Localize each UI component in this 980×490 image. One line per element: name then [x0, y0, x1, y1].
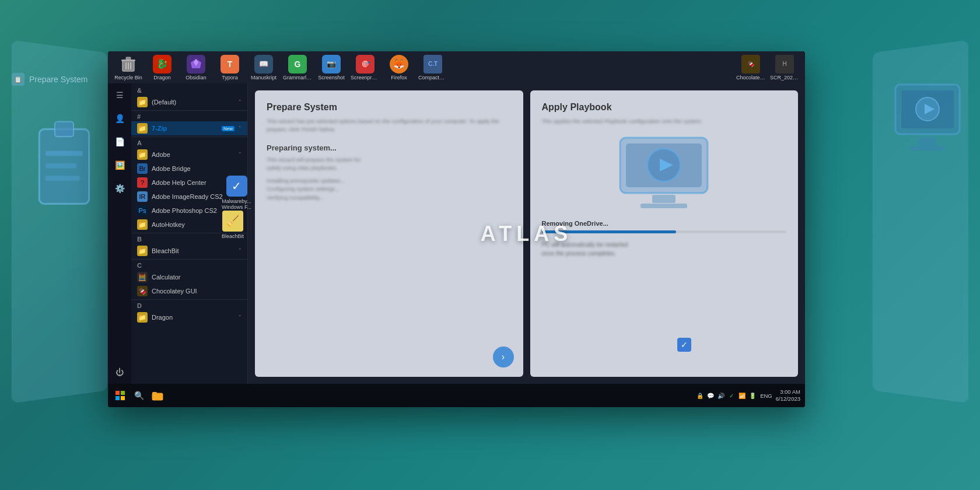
section-ampersand: &: [131, 86, 247, 95]
playbook-panel-title: Apply Playbook: [542, 102, 787, 113]
recycle-bin-icon[interactable]: Recycle Bin: [114, 55, 143, 80]
adobe-bridge-app[interactable]: Br Adobe Bridge: [131, 162, 247, 176]
section-d: D: [131, 301, 247, 310]
chevron-icon: ˅: [239, 248, 242, 254]
screenshot-label: Screenshot: [318, 75, 345, 80]
tray-language-indicator: ENG: [760, 393, 772, 399]
tray-volume-icon: 🔊: [717, 391, 725, 400]
svg-rect-26: [121, 391, 125, 395]
dragon-folder[interactable]: 📁 Dragon ˅: [131, 310, 247, 324]
chevron-icon: ˅: [239, 152, 242, 158]
7zip-folder[interactable]: 📁 7-Zip New ˅: [131, 121, 247, 135]
svg-rect-13: [126, 57, 131, 60]
prepare-progress-area: Installing prerequisite updates... Confi…: [267, 177, 512, 202]
playbook-monitor-graphic: [617, 135, 710, 211]
compact-tool-icon[interactable]: C.T CompactTi...: [418, 55, 447, 80]
typora-icon[interactable]: T Typora: [215, 55, 244, 80]
bleachbit-folder-icon: 📁: [137, 246, 148, 256]
scr-shortcut-label: SCR_2021.ahk - Shortcut: [770, 75, 799, 80]
sidebar-power-icon[interactable]: ⏻: [111, 364, 128, 380]
autohotkey-folder-icon: 📁: [137, 219, 148, 230]
adobe-folder[interactable]: 📁 Adobe ˅: [131, 148, 247, 162]
chevron-icon: ˅: [239, 125, 242, 131]
bleachbit-desktop-label: BleachBit: [222, 233, 244, 239]
tray-lock-icon: 🔒: [696, 391, 704, 400]
right-monitor-area: [892, 76, 963, 163]
playbook-panel-description: This applies the selected Playbook confi…: [542, 117, 787, 125]
manuskript-icon[interactable]: 📖 Manuskript: [249, 55, 278, 80]
recycle-bin-label: Recycle Bin: [114, 75, 142, 80]
obsidian-icon[interactable]: Obsidian: [181, 55, 211, 80]
sidebar-hamburger-icon[interactable]: ☰: [111, 87, 128, 103]
svg-rect-25: [116, 391, 120, 395]
grammarly-icon[interactable]: G Grammarly Editor: [283, 55, 312, 80]
bg-left-decorative-panel: [12, 40, 107, 404]
dragon-folder-icon: 📁: [137, 312, 148, 323]
taskbar-search-button[interactable]: 🔍: [131, 388, 146, 403]
dragon-label: Dragon: [153, 75, 171, 80]
svg-rect-3: [46, 163, 76, 169]
prepare-progress-text: This wizard will prepare the system for …: [267, 156, 512, 173]
malware-check-graphic: ✓: [226, 176, 247, 197]
taskbar-file-explorer-button[interactable]: [150, 388, 165, 403]
removing-onedrive-label: Removing OneDrive...: [542, 220, 787, 227]
tray-battery-icon: 🔋: [748, 391, 757, 400]
svg-rect-2: [46, 151, 83, 156]
desktop-content: ☰ 👤 📄 🖼️ ⚙️ ⏻ & 📁 (Default) ˅ #: [108, 83, 805, 384]
prepare-panel-title: Prepare System: [267, 102, 512, 113]
sidebar-image-icon[interactable]: 🖼️: [111, 157, 128, 173]
calculator-icon: 🧮: [137, 272, 148, 282]
malwareby-windows-icon[interactable]: ✓ Malwareby...Windows F...: [222, 176, 251, 210]
svg-rect-24: [640, 204, 687, 208]
adobe-imageready-icon: IR: [137, 191, 148, 202]
chevron-icon: ˅: [239, 99, 242, 105]
section-c: C: [131, 261, 247, 270]
apply-playbook-panel: Apply Playbook This applies the selected…: [530, 90, 799, 377]
dragon-shortcut-icon[interactable]: 🐉 Dragon: [148, 55, 177, 80]
scr-shortcut-icon[interactable]: H SCR_2021.ahk - Shortcut: [770, 55, 799, 80]
manuskript-label: Manuskript: [251, 75, 276, 80]
default-folder[interactable]: 📁 (Default) ˅: [131, 95, 247, 109]
chocolatey-gui-app[interactable]: 🍫 Chocolatey GUI: [131, 284, 247, 298]
bleachbit-folder[interactable]: 📁 BleachBit ˅: [131, 244, 247, 258]
playbook-progress-area: Removing OneDrive...: [542, 220, 787, 233]
prepare-system-icon: 📋: [12, 73, 24, 86]
bottom-right-checkbox[interactable]: ✓: [677, 338, 691, 352]
monitor-icon: [892, 82, 963, 158]
adobe-photoshop-icon: Ps: [137, 205, 148, 216]
chevron-icon: ˅: [239, 314, 242, 320]
taskbar: 🔍 🔒 💬 🔊 ✓ 📶 🔋 ENG 3:00 AM 6/12/2023: [108, 384, 805, 407]
screenpresso-label: Screenpresso: [351, 75, 380, 80]
preparing-section-title: Preparing system...: [267, 144, 512, 152]
tray-check-icon: ✓: [727, 391, 736, 400]
section-hash: #: [131, 112, 247, 121]
screenpresso-icon[interactable]: 🎯 Screenpresso: [351, 55, 380, 80]
firefox-icon[interactable]: 🦊 Firefox: [384, 55, 414, 80]
compact-tool-label: CompactTi...: [418, 75, 447, 80]
chocolatey-gui-icon-sm: 🍫: [137, 286, 148, 296]
svg-rect-4: [46, 176, 80, 181]
malware-icon-label: Malwareby...Windows F...: [222, 198, 251, 210]
prepare-next-button[interactable]: ›: [493, 346, 514, 368]
start-menu-sidebar: ☰ 👤 📄 🖼️ ⚙️ ⏻: [108, 83, 131, 384]
svg-rect-9: [919, 137, 936, 146]
svg-rect-28: [121, 396, 125, 400]
calculator-app[interactable]: 🧮 Calculator: [131, 270, 247, 284]
prepare-panel-description: This wizard has pre-selected options bas…: [267, 117, 512, 134]
sidebar-user-icon[interactable]: 👤: [111, 110, 128, 127]
firefox-label: Firefox: [391, 75, 407, 80]
main-content-panels: Prepare System This wizard has pre-selec…: [248, 83, 805, 384]
obsidian-label: Obsidian: [186, 75, 206, 80]
chocolatey-gui-icon[interactable]: 🍫 Chocolatey GUI: [736, 55, 765, 80]
bleachbit-desktop-icon[interactable]: 🧹 BleachBit: [222, 211, 244, 239]
adobe-bridge-icon: Br: [137, 163, 148, 174]
chocolatey-label: Chocolatey GUI: [736, 75, 765, 80]
sidebar-document-icon[interactable]: 📄: [111, 134, 128, 150]
screenshot-icon[interactable]: 📷 Screenshot: [317, 55, 346, 80]
prepare-system-panel: Prepare System This wizard has pre-selec…: [255, 90, 523, 377]
section-a: A: [131, 138, 247, 148]
sidebar-settings-icon[interactable]: ⚙️: [111, 180, 128, 197]
start-button[interactable]: [113, 388, 128, 403]
new-badge: New: [222, 126, 235, 131]
adobe-help-icon: ?: [137, 177, 148, 188]
